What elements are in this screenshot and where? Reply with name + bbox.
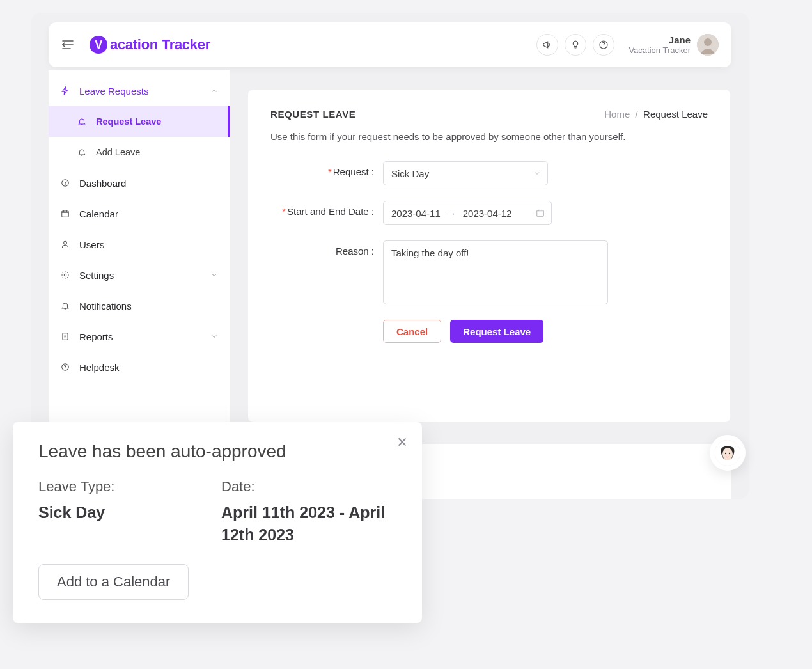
sidebar-item-add-leave[interactable]: Add Leave xyxy=(49,137,230,168)
sidebar-item-label: Notifications xyxy=(79,301,132,311)
breadcrumb: Home / Request Leave xyxy=(604,109,708,120)
sidebar-item-calendar[interactable]: Calendar xyxy=(49,198,230,229)
account-name: Jane xyxy=(629,35,691,45)
menu-toggle-icon[interactable] xyxy=(61,38,75,52)
chevron-down-icon xyxy=(533,169,541,177)
sidebar: Leave Requests Request Leave Add Leave D… xyxy=(49,70,230,454)
chat-widget-button[interactable] xyxy=(710,435,746,471)
help-icon[interactable] xyxy=(593,34,614,56)
start-date-value: 2023-04-11 xyxy=(391,208,441,219)
sidebar-item-label: Helpdesk xyxy=(79,362,120,373)
header: V acation Tracker Jane Vacation Tracker xyxy=(49,22,731,67)
sidebar-item-users[interactable]: Users xyxy=(49,229,230,260)
bell-icon xyxy=(60,301,70,311)
breadcrumb-current: Request Leave xyxy=(643,109,708,120)
end-date-value: 2023-04-12 xyxy=(463,208,512,219)
help-circle-icon xyxy=(60,362,70,372)
chevron-down-icon xyxy=(210,333,218,340)
toast-date-value: April 11th 2023 - April 12th 2023 xyxy=(221,501,396,546)
request-type-select[interactable]: Sick Day xyxy=(383,161,548,185)
sidebar-item-dashboard[interactable]: Dashboard xyxy=(49,168,230,198)
svg-point-13 xyxy=(729,453,730,454)
reason-value: Taking the day off! xyxy=(391,248,469,258)
toast-type-value: Sick Day xyxy=(38,501,221,524)
request-leave-button[interactable]: Request Leave xyxy=(450,320,543,343)
approval-toast: Leave has been auto-approved Leave Type:… xyxy=(13,422,422,623)
toast-title: Leave has been auto-approved xyxy=(38,441,396,462)
breadcrumb-home[interactable]: Home xyxy=(604,109,630,120)
sidebar-item-label: Settings xyxy=(79,270,114,281)
sidebar-item-label: Dashboard xyxy=(79,178,126,189)
label-reason: Reason : xyxy=(270,240,383,256)
date-range-input[interactable]: 2023-04-11 → 2023-04-12 xyxy=(383,201,552,225)
account-block[interactable]: Jane Vacation Tracker xyxy=(629,34,719,56)
close-icon[interactable] xyxy=(395,435,409,449)
report-icon xyxy=(60,331,70,342)
bell-icon xyxy=(77,147,87,157)
sidebar-item-settings[interactable]: Settings xyxy=(49,260,230,290)
sidebar-item-label: Reports xyxy=(79,331,113,342)
user-icon xyxy=(60,239,70,249)
sidebar-parent-leave-requests[interactable]: Leave Requests xyxy=(49,75,230,106)
avatar xyxy=(697,34,719,56)
gauge-icon xyxy=(60,178,70,188)
toast-type-label: Leave Type: xyxy=(38,478,221,495)
account-sub: Vacation Tracker xyxy=(629,45,691,55)
brand-text: acation Tracker xyxy=(110,36,210,53)
calendar-icon xyxy=(536,209,545,217)
gear-icon xyxy=(60,270,70,280)
breadcrumb-separator: / xyxy=(636,109,638,120)
label-dates: *Start and End Date : xyxy=(270,201,383,217)
svg-point-5 xyxy=(64,241,67,244)
svg-point-12 xyxy=(725,453,726,454)
brand-logo-icon: V xyxy=(90,36,107,54)
bolt-icon xyxy=(60,86,70,96)
chevron-down-icon xyxy=(210,271,218,279)
sidebar-item-helpdesk[interactable]: Helpdesk xyxy=(49,352,230,382)
calendar-icon xyxy=(60,209,70,219)
sidebar-item-label: Leave Requests xyxy=(79,86,148,97)
announcements-icon[interactable] xyxy=(536,34,558,56)
sidebar-item-reports[interactable]: Reports xyxy=(49,321,230,352)
label-request: *Request : xyxy=(270,161,383,177)
sidebar-item-label: Users xyxy=(79,239,104,250)
sidebar-item-label: Request Leave xyxy=(96,116,161,127)
svg-point-11 xyxy=(722,448,733,460)
svg-rect-9 xyxy=(537,210,544,216)
sidebar-item-notifications[interactable]: Notifications xyxy=(49,290,230,321)
page-title: REQUEST LEAVE xyxy=(270,109,355,120)
assistant-avatar-icon xyxy=(715,440,740,466)
sidebar-item-request-leave[interactable]: Request Leave xyxy=(49,106,230,137)
chevron-up-icon xyxy=(210,87,218,95)
sidebar-item-label: Calendar xyxy=(79,209,118,219)
svg-rect-4 xyxy=(62,211,69,217)
select-value: Sick Day xyxy=(391,168,429,179)
sidebar-item-label: Add Leave xyxy=(96,147,140,157)
page-description: Use this form if your request needs to b… xyxy=(270,131,708,142)
svg-point-6 xyxy=(64,274,66,276)
toast-date-label: Date: xyxy=(221,478,396,495)
tips-icon[interactable] xyxy=(565,34,586,56)
bell-icon xyxy=(77,116,87,127)
reason-textarea[interactable]: Taking the day off! xyxy=(383,240,608,304)
brand: V acation Tracker xyxy=(90,36,210,54)
main-card: REQUEST LEAVE Home / Request Leave Use t… xyxy=(248,90,730,422)
cancel-button[interactable]: Cancel xyxy=(383,320,441,343)
add-to-calendar-button[interactable]: Add to a Calendar xyxy=(38,564,189,600)
arrow-right-icon: → xyxy=(447,208,457,219)
svg-point-2 xyxy=(704,38,712,46)
